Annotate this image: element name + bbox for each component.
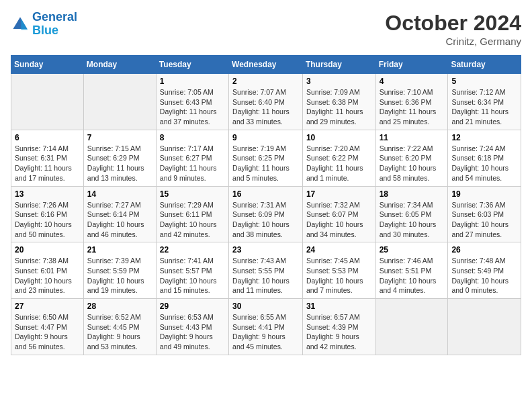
day-number: 19 xyxy=(451,189,517,199)
day-number: 17 xyxy=(306,189,372,199)
calendar-row: 27Sunrise: 6:50 AM Sunset: 4:47 PM Dayli… xyxy=(11,299,521,355)
day-info: Sunrise: 7:41 AM Sunset: 5:57 PM Dayligh… xyxy=(160,256,225,295)
calendar-cell: 16Sunrise: 7:31 AM Sunset: 6:09 PM Dayli… xyxy=(229,186,303,242)
calendar-cell: 4Sunrise: 7:10 AM Sunset: 6:36 PM Daylig… xyxy=(375,74,448,130)
calendar-row: 13Sunrise: 7:26 AM Sunset: 6:16 PM Dayli… xyxy=(11,186,521,242)
calendar-cell: 7Sunrise: 7:15 AM Sunset: 6:29 PM Daylig… xyxy=(83,130,156,186)
day-info: Sunrise: 7:27 AM Sunset: 6:14 PM Dayligh… xyxy=(87,200,152,240)
day-info: Sunrise: 7:10 AM Sunset: 6:36 PM Dayligh… xyxy=(380,87,445,127)
calendar-cell: 12Sunrise: 7:24 AM Sunset: 6:18 PM Dayli… xyxy=(448,130,521,186)
day-number: 23 xyxy=(232,245,299,255)
calendar-cell: 27Sunrise: 6:50 AM Sunset: 4:47 PM Dayli… xyxy=(11,299,84,355)
day-info: Sunrise: 7:24 AM Sunset: 6:18 PM Dayligh… xyxy=(451,144,517,183)
day-number: 7 xyxy=(87,133,152,142)
calendar-table: SundayMondayTuesdayWednesdayThursdayFrid… xyxy=(11,55,521,355)
calendar-cell: 8Sunrise: 7:17 AM Sunset: 6:27 PM Daylig… xyxy=(156,130,228,186)
calendar-cell: 20Sunrise: 7:38 AM Sunset: 6:01 PM Dayli… xyxy=(11,242,84,299)
day-number: 29 xyxy=(160,302,225,311)
day-number: 18 xyxy=(380,189,445,199)
calendar-cell: 2Sunrise: 7:07 AM Sunset: 6:40 PM Daylig… xyxy=(229,74,303,130)
calendar-row: 6Sunrise: 7:14 AM Sunset: 6:31 PM Daylig… xyxy=(11,130,521,186)
calendar-cell: 6Sunrise: 7:14 AM Sunset: 6:31 PM Daylig… xyxy=(11,130,84,186)
calendar-cell: 25Sunrise: 7:46 AM Sunset: 5:51 PM Dayli… xyxy=(375,242,448,299)
day-info: Sunrise: 7:14 AM Sunset: 6:31 PM Dayligh… xyxy=(15,144,80,183)
logo: General Blue xyxy=(11,11,77,38)
day-number: 16 xyxy=(232,189,299,199)
day-number: 9 xyxy=(232,133,299,142)
day-info: Sunrise: 7:17 AM Sunset: 6:27 PM Dayligh… xyxy=(160,144,225,183)
calendar-cell: 9Sunrise: 7:19 AM Sunset: 6:25 PM Daylig… xyxy=(229,130,303,186)
day-info: Sunrise: 7:36 AM Sunset: 6:03 PM Dayligh… xyxy=(451,200,517,240)
day-info: Sunrise: 6:53 AM Sunset: 4:43 PM Dayligh… xyxy=(160,312,225,352)
calendar-cell: 19Sunrise: 7:36 AM Sunset: 6:03 PM Dayli… xyxy=(448,186,521,242)
day-info: Sunrise: 7:05 AM Sunset: 6:43 PM Dayligh… xyxy=(160,87,225,127)
calendar-cell: 26Sunrise: 7:48 AM Sunset: 5:49 PM Dayli… xyxy=(448,242,521,299)
logo-icon xyxy=(11,15,30,34)
day-info: Sunrise: 7:07 AM Sunset: 6:40 PM Dayligh… xyxy=(232,87,299,127)
calendar-cell: 15Sunrise: 7:29 AM Sunset: 6:11 PM Dayli… xyxy=(156,186,228,242)
calendar-cell xyxy=(375,299,448,355)
day-number: 2 xyxy=(232,77,299,86)
day-info: Sunrise: 7:09 AM Sunset: 6:38 PM Dayligh… xyxy=(306,87,372,127)
calendar-cell: 29Sunrise: 6:53 AM Sunset: 4:43 PM Dayli… xyxy=(156,299,228,355)
logo-line2: Blue xyxy=(32,24,58,37)
calendar-cell: 13Sunrise: 7:26 AM Sunset: 6:16 PM Dayli… xyxy=(11,186,84,242)
day-info: Sunrise: 7:38 AM Sunset: 6:01 PM Dayligh… xyxy=(15,256,80,295)
day-info: Sunrise: 7:43 AM Sunset: 5:55 PM Dayligh… xyxy=(232,256,299,295)
day-number: 1 xyxy=(160,77,225,86)
day-info: Sunrise: 7:19 AM Sunset: 6:25 PM Dayligh… xyxy=(232,144,299,183)
day-number: 20 xyxy=(15,245,80,255)
day-info: Sunrise: 7:15 AM Sunset: 6:29 PM Dayligh… xyxy=(87,144,152,183)
day-number: 27 xyxy=(15,302,80,311)
day-number: 13 xyxy=(15,189,80,199)
day-info: Sunrise: 7:31 AM Sunset: 6:09 PM Dayligh… xyxy=(232,200,299,240)
day-number: 28 xyxy=(87,302,152,311)
day-info: Sunrise: 7:45 AM Sunset: 5:53 PM Dayligh… xyxy=(306,256,372,295)
day-info: Sunrise: 7:34 AM Sunset: 6:05 PM Dayligh… xyxy=(380,200,445,240)
day-number: 11 xyxy=(380,133,445,142)
day-info: Sunrise: 6:52 AM Sunset: 4:45 PM Dayligh… xyxy=(87,312,152,352)
day-info: Sunrise: 7:32 AM Sunset: 6:07 PM Dayligh… xyxy=(306,200,372,240)
day-number: 31 xyxy=(306,302,372,311)
calendar-cell: 3Sunrise: 7:09 AM Sunset: 6:38 PM Daylig… xyxy=(302,74,375,130)
page-header: General Blue October 2024 Crinitz, Germa… xyxy=(11,11,521,47)
calendar-cell xyxy=(11,74,84,130)
weekday-header: Wednesday xyxy=(229,56,303,74)
weekday-header: Monday xyxy=(83,56,156,74)
day-number: 14 xyxy=(87,189,152,199)
day-number: 12 xyxy=(451,133,517,142)
calendar-cell: 10Sunrise: 7:20 AM Sunset: 6:22 PM Dayli… xyxy=(302,130,375,186)
day-number: 8 xyxy=(160,133,225,142)
day-number: 10 xyxy=(306,133,372,142)
calendar-cell: 14Sunrise: 7:27 AM Sunset: 6:14 PM Dayli… xyxy=(83,186,156,242)
weekday-header: Saturday xyxy=(448,56,521,74)
calendar-cell: 18Sunrise: 7:34 AM Sunset: 6:05 PM Dayli… xyxy=(375,186,448,242)
weekday-header: Friday xyxy=(375,56,448,74)
day-info: Sunrise: 6:55 AM Sunset: 4:41 PM Dayligh… xyxy=(232,312,299,352)
title-block: October 2024 Crinitz, Germany xyxy=(385,11,521,47)
weekday-header: Thursday xyxy=(302,56,375,74)
day-number: 30 xyxy=(232,302,299,311)
day-number: 22 xyxy=(160,245,225,255)
day-info: Sunrise: 6:50 AM Sunset: 4:47 PM Dayligh… xyxy=(15,312,80,352)
day-number: 15 xyxy=(160,189,225,199)
calendar-cell: 11Sunrise: 7:22 AM Sunset: 6:20 PM Dayli… xyxy=(375,130,448,186)
calendar-cell: 30Sunrise: 6:55 AM Sunset: 4:41 PM Dayli… xyxy=(229,299,303,355)
svg-marker-1 xyxy=(21,18,28,30)
day-info: Sunrise: 7:29 AM Sunset: 6:11 PM Dayligh… xyxy=(160,200,225,240)
logo-line1: General xyxy=(32,10,77,24)
calendar-cell xyxy=(83,74,156,130)
day-number: 24 xyxy=(306,245,372,255)
calendar-cell: 21Sunrise: 7:39 AM Sunset: 5:59 PM Dayli… xyxy=(83,242,156,299)
calendar-cell: 24Sunrise: 7:45 AM Sunset: 5:53 PM Dayli… xyxy=(302,242,375,299)
calendar-cell: 22Sunrise: 7:41 AM Sunset: 5:57 PM Dayli… xyxy=(156,242,228,299)
month-title: October 2024 xyxy=(385,11,521,36)
calendar-cell: 28Sunrise: 6:52 AM Sunset: 4:45 PM Dayli… xyxy=(83,299,156,355)
day-number: 25 xyxy=(380,245,445,255)
day-number: 6 xyxy=(15,133,80,142)
calendar-cell: 5Sunrise: 7:12 AM Sunset: 6:34 PM Daylig… xyxy=(448,74,521,130)
day-info: Sunrise: 7:39 AM Sunset: 5:59 PM Dayligh… xyxy=(87,256,152,295)
calendar-row: 20Sunrise: 7:38 AM Sunset: 6:01 PM Dayli… xyxy=(11,242,521,299)
day-number: 26 xyxy=(451,245,517,255)
calendar-cell: 31Sunrise: 6:57 AM Sunset: 4:39 PM Dayli… xyxy=(302,299,375,355)
